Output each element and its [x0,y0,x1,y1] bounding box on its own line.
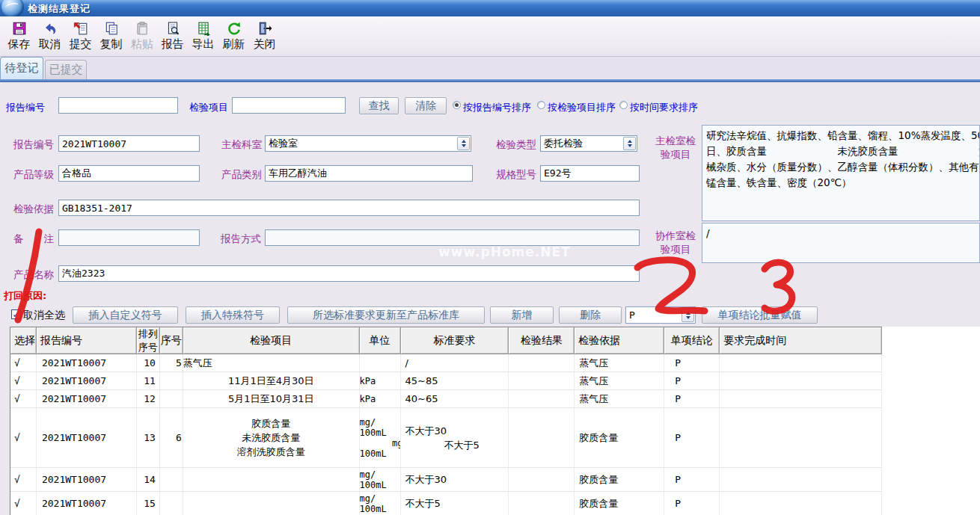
cell-requirement[interactable]: 不大于30 不大于5 [401,408,509,468]
delete-button[interactable]: 删除 [559,306,622,324]
close-button[interactable]: 关闭 [250,19,279,55]
uncheck-all-checkbox[interactable]: ✓ [11,309,21,319]
search-report-no-input[interactable] [58,97,178,114]
cell-seq-no[interactable] [160,390,183,408]
sort-by-test-item-label[interactable]: 按检验项目排序 [548,101,616,114]
cell-report-no[interactable]: 2021WT10007 [37,390,137,408]
undo-button[interactable]: 取消 [35,19,64,55]
spec-model-input[interactable] [540,165,640,182]
submit-button[interactable]: 提交 [66,19,95,55]
cell-report-no[interactable]: 2021WT10007 [37,468,137,492]
cell-seq-no[interactable]: 5 [160,354,183,372]
cell-test-item[interactable] [183,468,360,492]
cell-requirement[interactable]: 40~65 [401,390,509,408]
product-category-input[interactable] [265,165,473,182]
cell-select[interactable]: √ [10,408,37,468]
cell-unit[interactable]: mg/ 100mL [360,468,401,492]
add-button[interactable]: 新增 [490,306,554,324]
cell-basis[interactable]: 胶质含量 [575,468,664,492]
export-button[interactable]: 导出 [189,19,218,55]
cell-seq-no[interactable] [160,468,183,492]
cell-test-item[interactable] [183,492,360,515]
report-button[interactable]: 报告 [158,19,187,55]
cell-result[interactable] [509,354,575,372]
sort-by-time-label[interactable]: 按时间要求排序 [630,101,698,114]
cell-select[interactable]: √ [10,372,37,390]
cell-basis[interactable]: 蒸气压 [575,372,664,390]
cell-test-item[interactable]: 胶质含量 未洗胶质含量 溶剂洗胶质含量 [183,408,360,468]
cell-unit[interactable]: kPa [360,372,401,390]
cell-sort-no[interactable]: 14 [137,468,160,492]
batch-assign-button[interactable]: 单项结论批量赋值 [702,306,818,324]
test-basis-input[interactable] [58,200,640,216]
cell-report-no[interactable]: 2021WT10007 [37,492,137,515]
cell-conclusion[interactable]: P [664,390,720,408]
product-grade-input[interactable] [58,165,200,182]
update-standard-button[interactable]: 所选标准要求更新至产品标准库 [287,306,485,324]
cell-seq-no[interactable]: 6 [160,408,183,468]
clear-button[interactable]: 清除 [405,97,447,114]
cell-basis[interactable]: 蒸气压 [575,390,664,408]
cell-result[interactable] [509,492,575,515]
cell-due-time[interactable] [720,372,882,390]
cell-requirement[interactable]: 45~85 [401,372,509,390]
cell-sort-no[interactable]: 12 [137,390,160,408]
refresh-button[interactable]: 刷新 [219,19,248,55]
cell-unit[interactable]: mg/ 100mL [360,492,401,515]
save-button[interactable]: 保存 [4,19,34,55]
cell-seq-no[interactable] [160,372,183,390]
cell-select[interactable]: √ [10,492,37,515]
sort-by-test-item-radio[interactable] [537,101,545,109]
cell-report-no[interactable]: 2021WT10007 [37,372,137,390]
cell-report-no[interactable]: 2021WT10007 [37,354,137,372]
report-no-input[interactable] [58,135,200,152]
cell-result[interactable] [509,408,575,468]
insert-special-symbol-button[interactable]: 插入特殊符号 [186,306,280,324]
cell-basis[interactable]: 胶质含量 [575,408,664,468]
find-button[interactable]: 查找 [359,97,399,114]
cell-conclusion[interactable]: P [664,492,720,515]
cell-select[interactable]: √ [10,390,37,408]
main-dept-items-textarea[interactable]: 研究法辛烷值、抗爆指数、铅含量、馏程、10%蒸发温度、50%蒸 日、胶质含量 未… [702,125,980,221]
copy-button[interactable]: 复制 [97,19,126,55]
cell-due-time[interactable] [720,492,882,515]
sort-by-report-no-radio[interactable] [453,101,461,109]
cell-result[interactable] [509,468,575,492]
cell-select[interactable]: √ [10,468,37,492]
cell-test-item[interactable]: 5月1日至10月31日 [183,390,360,408]
conclusion-select[interactable]: P [625,306,696,324]
cell-sort-no[interactable]: 15 [137,492,160,515]
cell-report-no[interactable]: 2021WT10007 [37,408,137,468]
cell-sort-no[interactable]: 13 [137,408,160,468]
cell-conclusion[interactable]: P [664,468,720,492]
product-name-input[interactable] [58,265,640,282]
cell-due-time[interactable] [720,468,882,492]
cell-conclusion[interactable]: P [664,372,720,390]
search-test-item-input[interactable] [232,97,346,114]
tab-submitted[interactable]: 已提交 [45,60,87,79]
cell-requirement[interactable]: / [401,354,509,372]
uncheck-all-label[interactable]: 取消全选 [23,309,65,322]
cell-select[interactable]: √ [10,354,37,372]
conclusion-spinner-icon[interactable] [682,308,694,322]
cell-due-time[interactable] [720,408,882,468]
sort-by-time-radio[interactable] [619,101,628,109]
cell-requirement[interactable]: 不大于30 [401,468,509,492]
cell-test-item[interactable]: 蒸气压 [183,354,360,372]
main-dept-select[interactable]: 检验室 [265,135,471,152]
cell-sort-no[interactable]: 10 [137,354,160,372]
paste-button[interactable]: 粘贴 [127,19,156,55]
cell-test-item[interactable]: 11月1日至4月30日 [183,372,360,390]
test-type-select[interactable]: 委托检验 [540,135,637,152]
cell-basis[interactable]: 蒸气压 [575,354,664,372]
cell-due-time[interactable] [720,354,882,372]
cell-result[interactable] [509,372,575,390]
cell-unit[interactable]: kPa [360,390,401,408]
cell-sort-no[interactable]: 11 [137,372,160,390]
cell-due-time[interactable] [720,390,882,408]
main-dept-spinner-icon[interactable] [457,137,470,150]
insert-custom-symbol-button[interactable]: 插入自定义符号 [73,306,178,324]
cell-unit[interactable] [360,354,401,372]
remark-input[interactable] [58,229,200,246]
cell-seq-no[interactable] [160,492,183,515]
